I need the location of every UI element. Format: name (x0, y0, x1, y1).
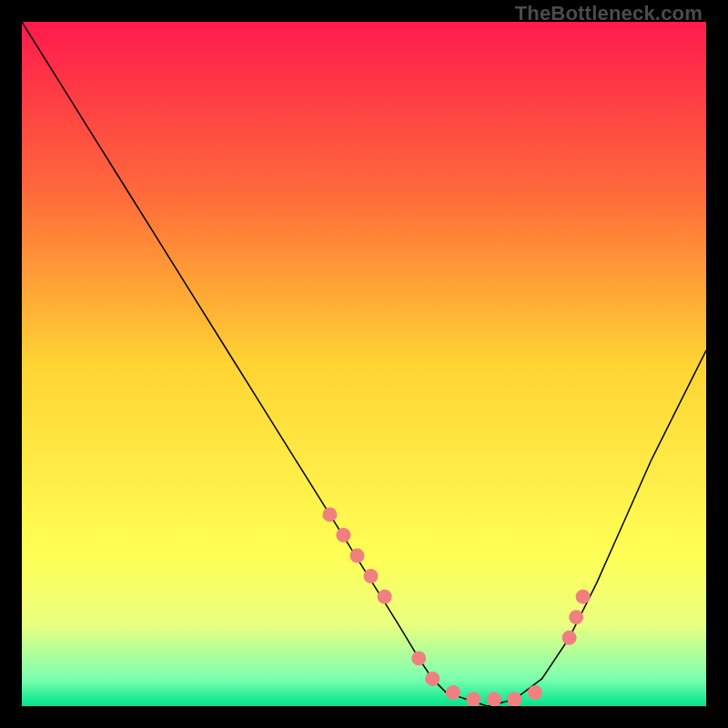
chart-frame (22, 22, 706, 706)
bottleneck-chart (22, 22, 706, 706)
highlight-dot (378, 590, 392, 604)
highlight-dot (507, 693, 521, 707)
highlight-dot (411, 651, 426, 665)
watermark-text: TheBottleneck.com (515, 2, 703, 25)
highlight-dot (487, 693, 501, 707)
highlight-dot (336, 528, 350, 542)
gradient-background (22, 22, 706, 706)
highlight-dot (446, 685, 460, 700)
highlight-dot (364, 569, 379, 583)
highlight-dot (528, 685, 542, 700)
highlight-dot (569, 610, 583, 624)
highlight-dot (350, 549, 365, 563)
highlight-dot (466, 693, 480, 707)
highlight-dot (562, 631, 577, 645)
highlight-dot (322, 507, 337, 521)
highlight-dot (425, 672, 440, 686)
highlight-dot (576, 590, 591, 604)
